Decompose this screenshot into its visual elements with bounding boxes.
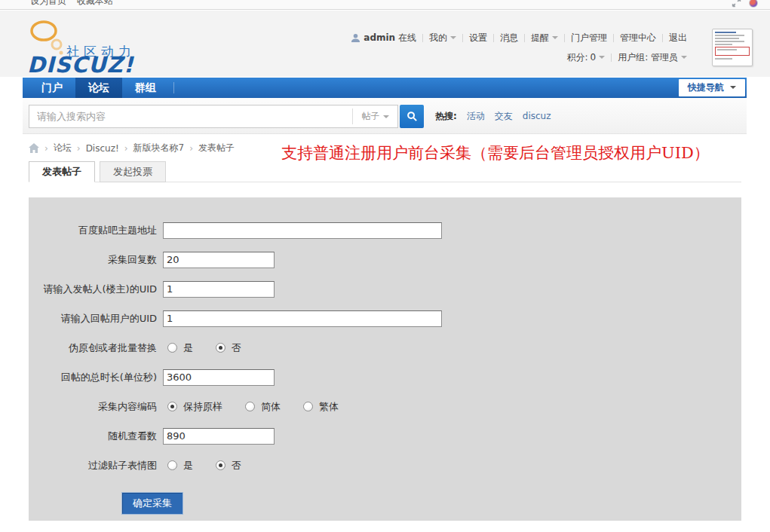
confirm-collect-button[interactable]: 确定采集 [122,493,183,514]
usergroup-value[interactable]: 管理员 [651,50,678,64]
poster-uid-input[interactable] [163,281,275,298]
credits-label: 积分: [566,50,587,64]
divider [611,54,612,62]
form-row: 请输入发帖人(楼主)的UID [29,274,741,304]
radio-label: 否 [232,459,241,472]
admin-notice-text: 支持普通注册用户前台采集（需要后台管理员授权用户UID） [281,142,710,164]
radio-icon [167,343,177,353]
menu-portal-admin[interactable]: 门户管理 [571,31,607,44]
radio-option-no[interactable]: 否 [216,459,241,472]
hot-search: 热搜: 活动 交友 discuz [435,98,551,134]
divider [462,34,463,42]
radio-option-simplified[interactable]: 简体 [245,400,281,414]
divider [613,34,614,42]
breadcrumb-separator: › [124,143,128,154]
divider [173,82,174,93]
radio-option-yes[interactable]: 是 [167,341,193,355]
set-homepage-link[interactable]: 设为首页 [30,0,66,6]
preview-thumbnail [712,29,753,66]
search-icon [406,111,418,122]
user-stats-row: 积分: 0 用户组: 管理员 [351,50,687,64]
tab-new-poll[interactable]: 发起投票 [100,161,166,182]
breadcrumb-separator: › [44,143,48,154]
quick-nav-label: 快捷导航 [688,82,724,93]
menu-reminders[interactable]: 提醒 [531,31,549,44]
chevron-down-icon [681,56,687,59]
search-category-select[interactable]: 帖子 [352,109,397,124]
radio-icon [245,402,255,411]
home-icon[interactable] [29,143,39,153]
radio-option-keep-original[interactable]: 保持原样 [167,400,222,414]
pseudo-original-radio-group: 是 否 [163,341,264,355]
field-label: 回帖的总时长(单位秒) [29,371,157,384]
chevron-down-icon [552,36,558,39]
radio-option-yes[interactable]: 是 [167,459,193,472]
logo-title: DISCUZ! [27,52,134,78]
field-label: 请输入发帖人(楼主)的UID [29,283,157,296]
submit-row: 确定采集 [29,493,741,514]
field-label: 过滤贴子表情图 [29,459,157,472]
search-button[interactable] [400,105,424,128]
hot-link-activity[interactable]: 活动 [467,110,485,123]
form-row: 过滤贴子表情图 是 否 [29,451,741,480]
divider [662,34,663,42]
reply-duration-input[interactable] [163,369,275,386]
quick-nav-button[interactable]: 快捷导航 [679,79,745,96]
radio-option-no[interactable]: 否 [216,341,241,355]
hot-search-label: 热搜: [435,110,457,123]
radio-label: 否 [232,341,241,355]
main-navbar: 门户 论坛 群组 快捷导航 [23,78,747,98]
breadcrumb-discuz[interactable]: Discuz! [86,143,119,154]
site-logo[interactable]: 社区动力 DISCUZ! [27,19,193,73]
form-row: 随机查看数 [29,421,741,451]
nav-item-portal[interactable]: 门户 [29,78,75,98]
radio-label: 是 [183,341,193,355]
collect-form-panel: 百度贴吧主题地址 采集回复数 请输入发帖人(楼主)的UID 请输入回帖用户的UI… [29,197,741,521]
nav-item-forum[interactable]: 论坛 [75,78,122,98]
menu-logout[interactable]: 退出 [669,31,687,44]
menu-admin-center[interactable]: 管理中心 [620,31,656,44]
nav-item-groups[interactable]: 群组 [122,78,169,98]
username-link[interactable]: admin [364,31,395,44]
hot-link-discuz[interactable]: discuz [523,111,551,121]
credits-value[interactable]: 0 [590,50,596,64]
breadcrumb: › 论坛 › Discuz! › 新版块名称7 › 发表帖子 [29,142,235,154]
field-label: 随机查看数 [29,430,157,443]
replier-uid-input[interactable] [163,310,442,327]
tab-new-post[interactable]: 发表帖子 [29,161,95,182]
hot-link-friends[interactable]: 交友 [495,110,513,123]
topbar: 设为首页 收藏本站 [0,0,770,10]
form-row: 百度贴吧主题地址 [29,216,741,245]
menu-messages[interactable]: 消息 [500,31,518,44]
user-menu-row: admin 在线 我的 设置 消息 提醒 门户管理 管理中心 退出 [351,31,687,44]
menu-my[interactable]: 我的 [429,31,447,44]
form-row: 采集内容编码 保持原样 简体 繁体 [29,392,741,421]
radio-icon [216,343,225,353]
site-header: 社区动力 DISCUZ! admin 在线 我的 设置 消息 提醒 门户管理 管… [0,11,770,77]
reply-count-input[interactable] [163,252,275,268]
topbar-icons [732,0,758,8]
form-row: 回帖的总时长(单位秒) [29,362,741,392]
radio-option-traditional[interactable]: 繁体 [303,400,339,414]
menu-settings[interactable]: 设置 [469,31,487,44]
chevron-down-icon [599,56,605,59]
field-label: 百度贴吧主题地址 [29,224,157,237]
search-input[interactable] [29,106,352,127]
field-label: 采集内容编码 [29,400,157,414]
search-box: 帖子 [29,105,398,128]
breadcrumb-forum[interactable]: 论坛 [54,142,72,154]
radio-label: 保持原样 [183,400,222,414]
chevron-down-icon [383,115,389,118]
radio-label: 简体 [261,400,281,414]
baidu-tieba-url-input[interactable] [163,222,442,239]
chevron-down-icon [730,86,736,89]
bookmark-site-link[interactable]: 收藏本站 [77,0,113,6]
chevron-down-icon [450,36,456,39]
browser-extension-icon[interactable] [749,0,758,8]
breadcrumb-board[interactable]: 新版块名称7 [133,142,185,154]
radio-icon [167,460,177,470]
post-tabs: 发表帖子 发起投票 [29,161,741,182]
resize-arrows-icon[interactable] [732,0,741,8]
filter-emoticon-radio-group: 是 否 [163,459,264,472]
random-view-count-input[interactable] [163,428,275,445]
